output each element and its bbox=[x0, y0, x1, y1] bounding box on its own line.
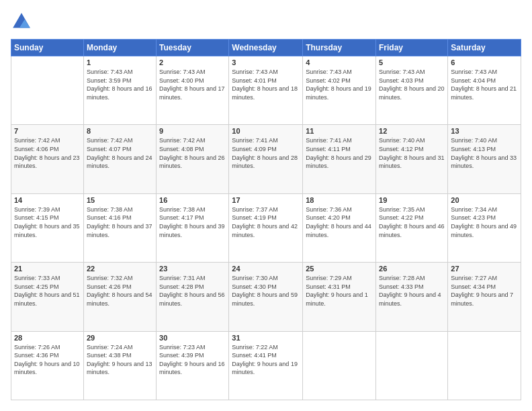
sunset-text: Sunset: 4:31 PM bbox=[306, 283, 373, 291]
day-info: Sunrise: 7:38 AM Sunset: 4:16 PM Dayligh… bbox=[87, 205, 153, 239]
day-cell: 13 Sunrise: 7:40 AM Sunset: 4:13 PM Dayl… bbox=[448, 125, 521, 193]
logo bbox=[11, 11, 35, 32]
day-info: Sunrise: 7:41 AM Sunset: 4:11 PM Dayligh… bbox=[306, 136, 373, 170]
sunrise-text: Sunrise: 7:43 AM bbox=[87, 68, 153, 77]
sunset-text: Sunset: 4:22 PM bbox=[379, 214, 445, 222]
week-row-2: 7 Sunrise: 7:42 AM Sunset: 4:06 PM Dayli… bbox=[11, 125, 521, 193]
sunset-text: Sunset: 4:12 PM bbox=[379, 145, 445, 154]
week-row-4: 21 Sunrise: 7:33 AM Sunset: 4:25 PM Dayl… bbox=[11, 263, 521, 331]
sunset-text: Sunset: 4:34 PM bbox=[451, 283, 518, 291]
sunrise-text: Sunrise: 7:38 AM bbox=[87, 205, 153, 214]
day-info: Sunrise: 7:35 AM Sunset: 4:22 PM Dayligh… bbox=[379, 205, 445, 239]
weekday-sunday: Sunday bbox=[11, 40, 84, 56]
sunrise-text: Sunrise: 7:43 AM bbox=[159, 68, 226, 77]
day-info: Sunrise: 7:42 AM Sunset: 4:07 PM Dayligh… bbox=[87, 136, 153, 170]
daylight-text: Daylight: 8 hours and 17 minutes. bbox=[159, 85, 226, 101]
daylight-text: Daylight: 8 hours and 28 minutes. bbox=[232, 154, 300, 171]
sunrise-text: Sunrise: 7:41 AM bbox=[232, 136, 300, 145]
day-cell: 25 Sunrise: 7:29 AM Sunset: 4:31 PM Dayl… bbox=[303, 263, 376, 331]
sunset-text: Sunset: 4:16 PM bbox=[87, 214, 153, 222]
sunset-text: Sunset: 4:39 PM bbox=[159, 351, 226, 360]
sunset-text: Sunset: 4:15 PM bbox=[14, 214, 81, 222]
sunset-text: Sunset: 4:06 PM bbox=[14, 145, 81, 154]
daylight-text: Daylight: 8 hours and 33 minutes. bbox=[451, 154, 518, 171]
sunrise-text: Sunrise: 7:43 AM bbox=[379, 68, 445, 77]
sunset-text: Sunset: 4:07 PM bbox=[87, 145, 153, 154]
sunset-text: Sunset: 4:36 PM bbox=[14, 351, 81, 360]
daylight-text: Daylight: 8 hours and 21 minutes. bbox=[451, 85, 518, 101]
logo-icon bbox=[11, 11, 32, 32]
daylight-text: Daylight: 8 hours and 29 minutes. bbox=[306, 154, 373, 171]
sunset-text: Sunset: 4:30 PM bbox=[232, 283, 300, 291]
day-number: 5 bbox=[379, 58, 445, 66]
sunrise-text: Sunrise: 7:42 AM bbox=[87, 136, 153, 145]
day-number: 23 bbox=[159, 265, 226, 273]
day-cell: 19 Sunrise: 7:35 AM Sunset: 4:22 PM Dayl… bbox=[376, 193, 448, 262]
day-cell: 7 Sunrise: 7:42 AM Sunset: 4:06 PM Dayli… bbox=[11, 125, 84, 193]
day-info: Sunrise: 7:23 AM Sunset: 4:39 PM Dayligh… bbox=[159, 343, 226, 377]
day-cell: 21 Sunrise: 7:33 AM Sunset: 4:25 PM Dayl… bbox=[11, 263, 84, 331]
day-info: Sunrise: 7:42 AM Sunset: 4:06 PM Dayligh… bbox=[14, 136, 81, 170]
sunrise-text: Sunrise: 7:32 AM bbox=[87, 274, 153, 283]
daylight-text: Daylight: 8 hours and 19 minutes. bbox=[306, 85, 373, 101]
day-info: Sunrise: 7:30 AM Sunset: 4:30 PM Dayligh… bbox=[232, 274, 300, 308]
week-row-5: 28 Sunrise: 7:26 AM Sunset: 4:36 PM Dayl… bbox=[11, 331, 521, 400]
day-cell: 4 Sunrise: 7:43 AM Sunset: 4:02 PM Dayli… bbox=[303, 56, 376, 125]
day-info: Sunrise: 7:22 AM Sunset: 4:41 PM Dayligh… bbox=[232, 343, 300, 377]
day-number: 28 bbox=[14, 334, 81, 342]
sunrise-text: Sunrise: 7:22 AM bbox=[232, 343, 300, 352]
day-cell bbox=[376, 331, 448, 400]
daylight-text: Daylight: 8 hours and 39 minutes. bbox=[159, 222, 226, 239]
day-number: 14 bbox=[14, 196, 81, 204]
daylight-text: Daylight: 8 hours and 46 minutes. bbox=[379, 222, 445, 239]
day-cell: 24 Sunrise: 7:30 AM Sunset: 4:30 PM Dayl… bbox=[229, 263, 303, 331]
day-number: 19 bbox=[379, 196, 445, 204]
day-info: Sunrise: 7:33 AM Sunset: 4:25 PM Dayligh… bbox=[14, 274, 81, 308]
sunset-text: Sunset: 4:03 PM bbox=[379, 77, 445, 85]
day-number: 27 bbox=[451, 265, 518, 273]
sunset-text: Sunset: 4:11 PM bbox=[306, 145, 373, 154]
day-info: Sunrise: 7:43 AM Sunset: 4:03 PM Dayligh… bbox=[379, 68, 445, 101]
sunset-text: Sunset: 4:17 PM bbox=[159, 214, 226, 222]
calendar-table: SundayMondayTuesdayWednesdayThursdayFrid… bbox=[11, 39, 521, 400]
daylight-text: Daylight: 8 hours and 42 minutes. bbox=[232, 222, 300, 239]
sunset-text: Sunset: 4:13 PM bbox=[451, 145, 518, 154]
daylight-text: Daylight: 8 hours and 26 minutes. bbox=[159, 154, 226, 171]
day-number: 6 bbox=[451, 58, 518, 66]
day-cell bbox=[448, 331, 521, 400]
sunrise-text: Sunrise: 7:36 AM bbox=[306, 205, 373, 214]
day-info: Sunrise: 7:24 AM Sunset: 4:38 PM Dayligh… bbox=[87, 343, 153, 377]
sunrise-text: Sunrise: 7:38 AM bbox=[159, 205, 226, 214]
daylight-text: Daylight: 9 hours and 16 minutes. bbox=[159, 360, 226, 377]
week-row-1: 1 Sunrise: 7:43 AM Sunset: 3:59 PM Dayli… bbox=[11, 56, 521, 125]
day-number: 7 bbox=[14, 127, 81, 135]
day-info: Sunrise: 7:39 AM Sunset: 4:15 PM Dayligh… bbox=[14, 205, 81, 239]
sunrise-text: Sunrise: 7:35 AM bbox=[379, 205, 445, 214]
day-number: 11 bbox=[306, 127, 373, 135]
daylight-text: Daylight: 8 hours and 20 minutes. bbox=[379, 85, 445, 101]
sunset-text: Sunset: 4:26 PM bbox=[87, 283, 153, 291]
sunrise-text: Sunrise: 7:43 AM bbox=[451, 68, 518, 77]
sunset-text: Sunset: 4:19 PM bbox=[232, 214, 300, 222]
day-number: 26 bbox=[379, 265, 445, 273]
sunrise-text: Sunrise: 7:42 AM bbox=[14, 136, 81, 145]
sunrise-text: Sunrise: 7:30 AM bbox=[232, 274, 300, 283]
day-number: 1 bbox=[87, 58, 153, 66]
daylight-text: Daylight: 8 hours and 31 minutes. bbox=[379, 154, 445, 171]
daylight-text: Daylight: 9 hours and 10 minutes. bbox=[14, 360, 81, 377]
day-number: 18 bbox=[306, 196, 373, 204]
day-info: Sunrise: 7:26 AM Sunset: 4:36 PM Dayligh… bbox=[14, 343, 81, 377]
day-info: Sunrise: 7:32 AM Sunset: 4:26 PM Dayligh… bbox=[87, 274, 153, 308]
daylight-text: Daylight: 8 hours and 56 minutes. bbox=[159, 291, 226, 308]
sunrise-text: Sunrise: 7:28 AM bbox=[379, 274, 445, 283]
day-number: 25 bbox=[306, 265, 373, 273]
day-cell: 22 Sunrise: 7:32 AM Sunset: 4:26 PM Dayl… bbox=[83, 263, 156, 331]
day-cell: 3 Sunrise: 7:43 AM Sunset: 4:01 PM Dayli… bbox=[229, 56, 303, 125]
day-info: Sunrise: 7:31 AM Sunset: 4:28 PM Dayligh… bbox=[159, 274, 226, 308]
day-number: 20 bbox=[451, 196, 518, 204]
weekday-saturday: Saturday bbox=[448, 40, 521, 56]
day-cell: 6 Sunrise: 7:43 AM Sunset: 4:04 PM Dayli… bbox=[448, 56, 521, 125]
day-info: Sunrise: 7:43 AM Sunset: 4:00 PM Dayligh… bbox=[159, 68, 226, 101]
daylight-text: Daylight: 8 hours and 49 minutes. bbox=[451, 222, 518, 239]
sunset-text: Sunset: 4:08 PM bbox=[159, 145, 226, 154]
